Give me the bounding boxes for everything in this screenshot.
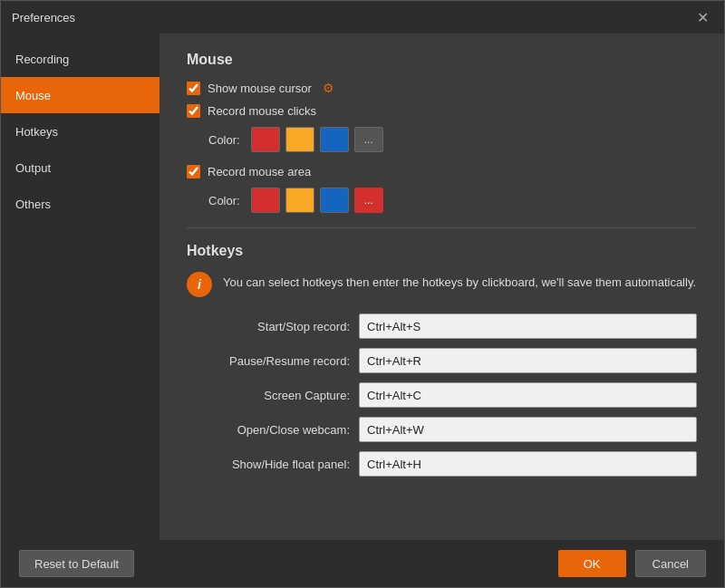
click-color-blue[interactable] <box>320 127 349 152</box>
dialog-footer: Reset to Default OK Cancel <box>1 540 724 587</box>
hotkey-label-show-hide-panel: Show/Hide float panel: <box>187 458 359 471</box>
sidebar-item-others[interactable]: Others <box>1 186 160 222</box>
hotkey-row-show-hide-panel: Show/Hide float panel: <box>187 451 697 477</box>
click-color-red[interactable] <box>251 127 280 152</box>
info-icon: i <box>187 272 212 297</box>
hotkeys-section: Hotkeys i You can select hotkeys then en… <box>187 243 697 477</box>
sidebar-item-recording[interactable]: Recording <box>1 41 160 77</box>
sidebar-item-mouse[interactable]: Mouse <box>1 77 160 113</box>
hotkey-row-screen-capture: Screen Capture: <box>187 382 697 408</box>
show-cursor-row: Show mouse cursor ⚙ <box>187 81 697 95</box>
footer-buttons: OK Cancel <box>558 550 706 577</box>
main-content: Mouse Show mouse cursor ⚙ Record mouse c… <box>160 34 724 540</box>
hotkey-input-screen-capture[interactable] <box>359 382 697 408</box>
record-clicks-label: Record mouse clicks <box>208 104 316 118</box>
area-color-more-label: ... <box>364 194 373 207</box>
cancel-button[interactable]: Cancel <box>635 550 706 577</box>
hotkey-label-open-close-webcam: Open/Close webcam: <box>187 423 359 437</box>
sidebar-label-recording: Recording <box>15 53 69 66</box>
section-divider <box>187 227 697 228</box>
show-cursor-checkbox[interactable] <box>187 82 200 95</box>
hotkey-label-screen-capture: Screen Capture: <box>187 389 359 402</box>
dialog-body: Recording Mouse Hotkeys Output Others Mo… <box>1 34 724 540</box>
area-color-yellow[interactable] <box>285 188 314 213</box>
hotkey-label-start-stop: Start/Stop record: <box>187 320 359 333</box>
hotkey-row-pause-resume: Pause/Resume record: <box>187 348 697 373</box>
hotkey-input-pause-resume[interactable] <box>359 348 697 373</box>
area-color-more[interactable]: ... <box>354 188 383 213</box>
hotkey-input-open-close-webcam[interactable] <box>359 417 697 442</box>
record-area-row: Record mouse area <box>187 165 697 178</box>
reset-button[interactable]: Reset to Default <box>19 550 134 577</box>
info-text: You can select hotkeys then enter the ho… <box>223 272 696 292</box>
sidebar-label-output: Output <box>15 161 51 175</box>
click-color-more-label: ... <box>364 133 373 146</box>
info-box: i You can select hotkeys then enter the … <box>187 272 697 297</box>
sidebar-item-hotkeys[interactable]: Hotkeys <box>1 113 160 149</box>
record-area-checkbox[interactable] <box>187 165 200 178</box>
record-area-label: Record mouse area <box>208 165 311 178</box>
hotkey-input-show-hide-panel[interactable] <box>359 451 697 477</box>
ok-button[interactable]: OK <box>558 550 626 577</box>
record-clicks-row: Record mouse clicks <box>187 104 697 118</box>
click-color-more[interactable]: ... <box>354 127 383 152</box>
title-bar: Preferences ✕ <box>1 1 724 34</box>
preferences-dialog: Preferences ✕ Recording Mouse Hotkeys Ou… <box>0 0 725 588</box>
area-color-red[interactable] <box>251 188 280 213</box>
sidebar-label-mouse: Mouse <box>15 89 51 102</box>
area-color-row: Color: ... <box>208 188 697 213</box>
sidebar-label-others: Others <box>15 198 51 211</box>
hotkeys-section-title: Hotkeys <box>187 243 697 259</box>
click-color-yellow[interactable] <box>285 127 314 152</box>
hotkey-label-pause-resume: Pause/Resume record: <box>187 354 359 368</box>
hotkey-input-start-stop[interactable] <box>359 313 697 339</box>
hotkey-row-open-close-webcam: Open/Close webcam: <box>187 417 697 442</box>
area-color-blue[interactable] <box>320 188 349 213</box>
sidebar-label-hotkeys: Hotkeys <box>15 125 58 139</box>
click-color-label: Color: <box>208 133 240 147</box>
click-color-row: Color: ... <box>208 127 697 152</box>
sidebar: Recording Mouse Hotkeys Output Others <box>1 34 160 540</box>
close-button[interactable]: ✕ <box>691 6 713 28</box>
dialog-title: Preferences <box>12 11 75 24</box>
hotkey-row-start-stop: Start/Stop record: <box>187 313 697 339</box>
sidebar-item-output[interactable]: Output <box>1 149 160 186</box>
area-color-label: Color: <box>208 194 240 207</box>
record-clicks-checkbox[interactable] <box>187 104 200 118</box>
show-cursor-label: Show mouse cursor <box>208 82 312 95</box>
mouse-section-title: Mouse <box>187 52 697 68</box>
gear-icon[interactable]: ⚙ <box>323 81 334 95</box>
